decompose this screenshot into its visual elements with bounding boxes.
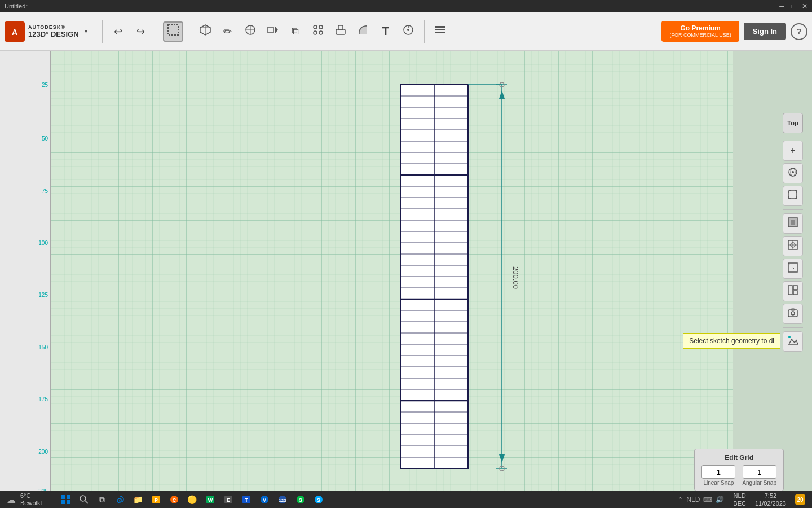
construct-button[interactable] — [240, 21, 261, 42]
3d-shapes-icon — [199, 24, 211, 39]
toolbar-divider-3 — [189, 20, 189, 43]
top-view-button[interactable]: Top — [783, 113, 803, 133]
layers-button[interactable] — [430, 21, 451, 42]
sign-in-button[interactable]: Sign In — [744, 23, 786, 40]
svg-text:G: G — [298, 497, 302, 503]
svg-point-98 — [788, 336, 791, 338]
linear-snap-label: Linear Snap — [703, 480, 734, 486]
app12-button[interactable]: 123 — [275, 493, 290, 506]
redo-icon: ↪ — [136, 25, 145, 38]
maximize-button[interactable]: □ — [791, 2, 795, 10]
grid-panel-row: Linear Snap Angular Snap — [701, 465, 776, 486]
toolbar-right: Go Premium (FOR COMMERCIAL USE) Sign In … — [661, 21, 807, 42]
grid-panel: Edit Grid Linear Snap Angular Snap — [694, 449, 784, 491]
go-premium-button[interactable]: Go Premium (FOR COMMERCIAL USE) — [661, 21, 739, 42]
transform-icon — [267, 24, 279, 39]
view-divider-2 — [783, 209, 803, 210]
solid-view-button[interactable] — [783, 213, 803, 234]
notification-badge[interactable]: 20 — [795, 494, 805, 505]
hidden-lines-button[interactable] — [783, 259, 803, 279]
help-icon: ? — [796, 27, 801, 36]
layout-button[interactable] — [783, 281, 803, 301]
svg-rect-22 — [435, 32, 445, 33]
search-taskbar-button[interactable] — [76, 493, 92, 506]
linear-snap-input[interactable] — [701, 465, 735, 479]
svg-point-14 — [319, 31, 323, 34]
weather-icon: ☁ — [7, 494, 16, 505]
orbit-button[interactable] — [783, 163, 803, 183]
app7-button[interactable]: 🟡 — [184, 493, 200, 506]
app6-button[interactable]: C — [166, 493, 182, 506]
file-explorer-button[interactable]: 📁 — [130, 493, 146, 506]
canvas-area: 25 50 75 100 125 150 175 200 225 — [0, 51, 812, 508]
angular-snap-field: Angular Snap — [742, 465, 776, 486]
screenshot-button[interactable] — [783, 304, 803, 324]
svg-rect-94 — [793, 291, 797, 295]
app14-button[interactable]: S — [311, 493, 326, 506]
ruler-left: 25 50 75 100 125 150 175 200 225 — [0, 51, 51, 508]
layers-icon — [434, 24, 447, 39]
app11-button[interactable]: V — [257, 493, 272, 506]
taskview-button[interactable]: ⧉ — [94, 493, 110, 506]
help-button[interactable]: ? — [791, 23, 807, 40]
svg-rect-24 — [51, 51, 733, 508]
select-button[interactable] — [163, 21, 183, 42]
modify-icon — [334, 24, 347, 39]
svg-point-11 — [314, 25, 317, 29]
ruler-mark-200: 200 — [38, 449, 48, 455]
svg-point-103 — [80, 496, 86, 501]
solid-view-icon — [787, 217, 798, 230]
svg-point-12 — [319, 25, 323, 29]
svg-point-74 — [792, 171, 794, 173]
screenshot-icon — [787, 307, 798, 321]
sketch-visible-button[interactable] — [783, 331, 803, 352]
ruler-mark-25: 25 — [42, 82, 48, 88]
zoom-extents-button[interactable] — [783, 186, 803, 206]
sketch-button[interactable]: ✏ — [218, 21, 238, 42]
weather-info: 6°C Bewolkt — [20, 492, 42, 507]
svg-text:P: P — [155, 497, 158, 503]
zoom-in-button[interactable]: + — [783, 141, 803, 161]
app10-button[interactable]: T — [239, 493, 254, 506]
grid-canvas[interactable]: 200.00 — [51, 51, 733, 508]
date-display: 11/02/2023 — [755, 500, 786, 507]
text-button[interactable]: T — [376, 21, 396, 42]
logo-dropdown-icon[interactable]: ▾ — [85, 28, 87, 34]
angular-snap-label: Angular Snap — [742, 480, 776, 486]
group-button[interactable]: ⧉ — [285, 21, 306, 42]
material-icon — [357, 24, 369, 39]
svg-rect-9 — [268, 27, 273, 33]
app-logo: A — [5, 21, 25, 42]
undo-button[interactable]: ↩ — [108, 21, 129, 42]
modify-button[interactable] — [330, 21, 351, 42]
transform-button[interactable] — [263, 21, 283, 42]
close-button[interactable]: ✕ — [802, 2, 807, 10]
locale-info: NLD BEC — [733, 492, 746, 508]
measure-button[interactable] — [398, 21, 418, 42]
svg-rect-102 — [67, 500, 70, 504]
angular-snap-input[interactable] — [743, 465, 776, 479]
app5-button[interactable]: P — [148, 493, 164, 506]
ruler-mark-50: 50 — [42, 135, 48, 142]
status-bar: ☁ 6°C Bewolkt ⧉ 📁 — [0, 491, 812, 508]
locale-code: NLD — [734, 492, 746, 500]
svg-rect-85 — [791, 220, 795, 225]
app13-button[interactable]: G — [293, 493, 308, 506]
material-button[interactable] — [353, 21, 373, 42]
pattern-button[interactable] — [308, 21, 328, 42]
app8-button[interactable]: W — [202, 493, 218, 506]
locale-sub: BEC — [733, 500, 746, 507]
svg-text:S: S — [317, 497, 320, 503]
windows-start-button[interactable] — [58, 493, 74, 506]
zoom-extents-icon — [787, 189, 798, 203]
svg-rect-90 — [788, 263, 797, 272]
3d-shapes-button[interactable] — [195, 21, 215, 42]
network-icon: NLD — [686, 496, 700, 503]
redo-button[interactable]: ↪ — [131, 21, 151, 42]
minimize-button[interactable]: ─ — [779, 2, 784, 10]
wireframe-button[interactable] — [783, 236, 803, 256]
app9-button[interactable]: E — [220, 493, 236, 506]
edge-browser-button[interactable] — [112, 493, 128, 506]
brand-name: AUTODESK® — [28, 24, 79, 30]
svg-point-13 — [314, 31, 317, 34]
